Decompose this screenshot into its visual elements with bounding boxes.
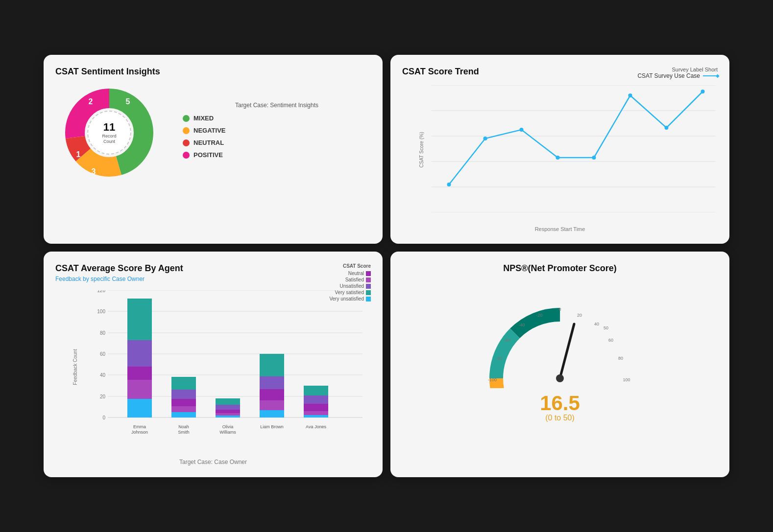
x-axis-label: Response Start Time <box>402 226 718 232</box>
bar-label-ava: Ava Jones <box>306 424 326 429</box>
trend-point-6 <box>628 93 632 97</box>
bar-ava-neutral <box>304 404 328 411</box>
legend-dot-positive <box>183 152 190 159</box>
bar-legend-label-unsatisfied: Unsatisfied <box>340 283 364 289</box>
gauge-label-minus80: -80 <box>496 356 502 361</box>
bar-legend-neutral: Neutral <box>329 271 371 276</box>
bar-emma-neutral <box>127 367 152 380</box>
bar-svg: 120 100 80 60 40 20 0 Emma Johnson <box>80 290 371 442</box>
bar-olivia-neutral <box>216 410 240 413</box>
donut-chart: 5 2 1 3 11 RecordCount <box>55 79 163 186</box>
bar-legend-label-neutral: Neutral <box>348 271 364 276</box>
bar-label-emma1: Emma <box>133 424 146 429</box>
sentiment-body: 5 2 1 3 11 RecordCount Target Case: Sent… <box>55 79 371 186</box>
dashboard: CSAT Sentiment Insights 5 2 <box>44 55 729 477</box>
bar-label-olivia1: Olivia <box>222 424 234 429</box>
trend-point-8 <box>701 90 705 93</box>
bar-legend-label-satisfied: Satisfied <box>345 277 364 282</box>
nps-title: NPS®(Net Promoter Score) <box>503 263 616 274</box>
bar-liam-satisfied <box>260 400 284 410</box>
segment-label-negative: 2 <box>89 97 93 106</box>
bar-y-label: Feedback Count <box>72 349 78 385</box>
survey-line: CSAT Survey Use Case ◆ <box>637 72 718 79</box>
bar-liam-vunsatisfied <box>260 410 284 417</box>
bar-label-liam: Liam Brown <box>260 424 284 429</box>
gauge-label-minus60: -60 <box>504 338 510 343</box>
trend-legend: Survey Label Short CSAT Survey Use Case … <box>637 67 718 79</box>
bar-y-120: 120 <box>97 290 105 293</box>
bar-ava-satisfied <box>304 411 328 415</box>
bar-olivia-vsatisfied <box>216 398 240 405</box>
bar-noah-neutral <box>171 399 196 406</box>
bar-emma-vunsatisfied <box>127 399 152 417</box>
bar-legend-satisfied: Satisfied <box>329 277 371 282</box>
segment-label-neutral: 1 <box>76 150 81 159</box>
sentiment-title: CSAT Sentiment Insights <box>55 67 371 77</box>
bar-y-0: 0 <box>102 415 105 420</box>
bar-y-40: 40 <box>100 372 106 378</box>
donut-center: 11 RecordCount <box>87 111 131 155</box>
trend-point-3 <box>520 128 524 132</box>
trend-svg: 100% 80% 60% 40% 20% 0 Q1 <box>429 85 718 212</box>
gauge-label-60: 60 <box>608 338 613 343</box>
bar-legend-color-satisfied <box>366 278 371 282</box>
donut-center-label: RecordCount <box>102 134 116 144</box>
trend-diamond-icon: ◆ <box>716 73 720 78</box>
legend-item-negative: NEGATIVE <box>183 127 371 134</box>
bar-ava-unsatisfied <box>304 395 328 404</box>
gauge-needle <box>560 324 574 378</box>
trend-point-4 <box>556 156 560 160</box>
nps-card: NPS®(Net Promoter Score) <box>390 252 729 477</box>
trend-point-1 <box>447 183 451 186</box>
bar-liam-unsatisfied <box>260 376 284 389</box>
gauge-needle-base <box>556 374 564 382</box>
gauge-container: -100 -20 0 50 100 -60 -40 20 40 60 <box>467 285 653 388</box>
legend-label-negative: NEGATIVE <box>193 127 226 134</box>
gauge-svg: -100 -20 0 50 100 -60 -40 20 40 60 <box>467 285 653 388</box>
trend-point-7 <box>665 126 669 130</box>
bar-chart-wrapper: Feedback Count 120 100 80 60 40 20 0 <box>80 290 371 444</box>
bar-y-60: 60 <box>100 351 106 357</box>
bar-legend-color-neutral <box>366 271 371 276</box>
bar-label-emma2: Johnson <box>131 430 148 435</box>
bar-emma-vsatisfied <box>127 299 152 340</box>
bar-olivia-unsatisfied <box>216 405 240 410</box>
bar-olivia-satisfied <box>216 413 240 416</box>
legend-label-neutral: NEUTRAL <box>193 139 224 146</box>
segment-label-mixed: 5 <box>126 97 130 106</box>
segment-label-positive: 3 <box>92 167 96 176</box>
bar-noah-unsatisfied <box>171 390 196 399</box>
legend-dot-negative <box>183 127 190 134</box>
legend-dot-mixed <box>183 115 190 122</box>
sentiment-legend-title: Target Case: Sentiment Insights <box>183 102 371 109</box>
bar-olivia-vunsatisfied <box>216 416 240 417</box>
gauge-label-100: 100 <box>623 377 630 382</box>
gauge-label-40: 40 <box>594 322 599 326</box>
donut-center-number: 11 <box>103 121 115 134</box>
bar-legend-title: CSAT Score <box>329 263 371 269</box>
legend-item-mixed: MIXED <box>183 115 371 122</box>
trend-point-2 <box>483 137 487 140</box>
trend-point-5 <box>592 156 596 160</box>
bar-y-80: 80 <box>100 330 106 336</box>
bar-emma-satisfied <box>127 380 152 399</box>
legend-item-neutral: NEUTRAL <box>183 139 371 146</box>
bar-noah-vunsatisfied <box>171 412 196 417</box>
bar-legend-color-unsatisfied <box>366 284 371 289</box>
gauge-label-80: 80 <box>618 356 623 361</box>
bar-liam-vsatisfied <box>260 354 284 376</box>
trend-title: CSAT Score Trend <box>402 67 479 77</box>
bar-y-20: 20 <box>100 394 106 399</box>
bar-footer: Target Case: Case Owner <box>55 459 371 465</box>
survey-label: Survey Label Short <box>637 67 718 72</box>
legend-dot-neutral <box>183 139 190 146</box>
bar-label-noah1: Noah <box>178 424 189 429</box>
bar-noah-vsatisfied <box>171 377 196 390</box>
bar-noah-satisfied <box>171 406 196 412</box>
bar-liam-neutral <box>260 389 284 400</box>
legend-item-positive: POSITIVE <box>183 151 371 159</box>
gauge-label-minus100: -100 <box>488 377 497 382</box>
bar-subtitle: Feedback by specific Case Owner <box>55 276 371 282</box>
bar-ava-vsatisfied <box>304 386 328 395</box>
bar-ava-vunsatisfied <box>304 415 328 417</box>
